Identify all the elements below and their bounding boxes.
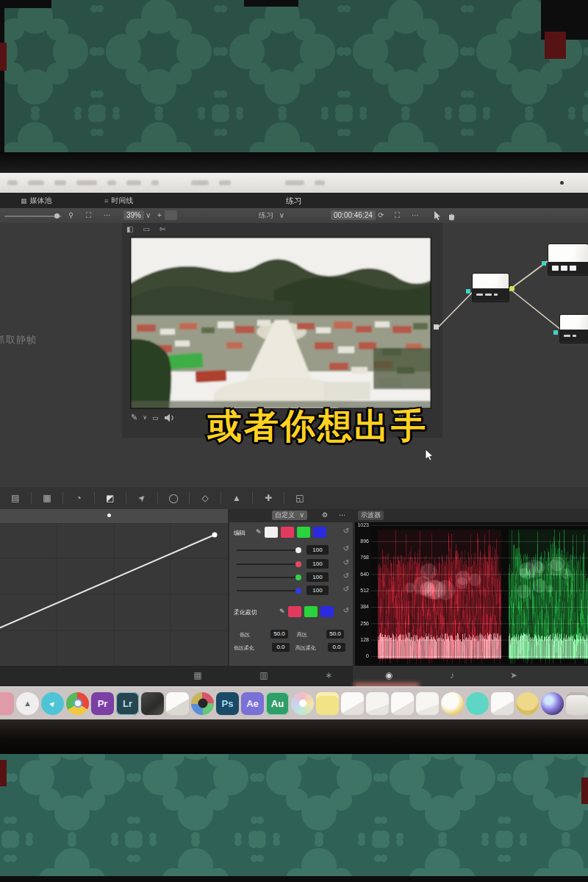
bypass-grades-icon[interactable]: ◧: [126, 225, 133, 233]
reset-icon[interactable]: ↺: [343, 527, 349, 535]
corrector-node-3[interactable]: [560, 315, 588, 343]
luma-value[interactable]: 100: [306, 545, 329, 555]
expand-icon[interactable]: ⛶: [86, 210, 91, 220]
corrector-node-1[interactable]: [473, 274, 509, 302]
lightroom-icon[interactable]: Lr: [116, 692, 139, 715]
low-clip-value[interactable]: 50.0: [270, 630, 288, 639]
fairlight-page-icon[interactable]: ♪: [444, 670, 460, 680]
green-value[interactable]: 100: [306, 572, 329, 582]
zoom-level-value[interactable]: 39%: [123, 210, 144, 220]
palette-app-icon[interactable]: [291, 692, 314, 715]
high-soft-value[interactable]: 0.0: [328, 643, 345, 652]
trash-icon[interactable]: [566, 692, 588, 715]
teal-circle-app-icon[interactable]: [466, 692, 489, 715]
zoom-slider-handle[interactable]: [54, 213, 60, 218]
clip-name-dropdown[interactable]: 练习 ∨: [259, 210, 284, 220]
siri-icon[interactable]: [541, 692, 564, 715]
luma-channel-swatch[interactable]: [265, 527, 278, 538]
document-icon[interactable]: [416, 692, 439, 715]
red-slider-dot[interactable]: [295, 561, 301, 567]
zoom-chevron-icon[interactable]: ∨: [146, 210, 151, 220]
pointer-tool-icon[interactable]: [434, 211, 441, 221]
color-page-icon[interactable]: ◉: [381, 670, 397, 680]
blur-icon[interactable]: ▲: [221, 493, 252, 503]
document-icon[interactable]: [341, 692, 364, 715]
blue-slider[interactable]: [237, 590, 300, 591]
fusion-page-icon[interactable]: ∗: [320, 670, 337, 680]
color-wheels-icon[interactable]: ◔: [63, 493, 94, 503]
tracker-icon[interactable]: ◇: [190, 493, 220, 503]
corrector-node-2[interactable]: [548, 244, 588, 275]
add-icon[interactable]: +: [157, 210, 162, 220]
soft-clip-green-swatch[interactable]: [304, 606, 318, 617]
low-soft-value[interactable]: 0.0: [272, 643, 290, 652]
edit-page-icon[interactable]: ▥: [256, 670, 272, 680]
curves-settings-gear-icon[interactable]: ⚙: [322, 511, 328, 520]
qualifier-icon[interactable]: ➤: [127, 483, 157, 513]
sticky-note-icon[interactable]: [316, 692, 339, 715]
fullscreen-icon[interactable]: ⛶: [395, 210, 400, 220]
photoshop-icon[interactable]: Ps: [216, 692, 239, 715]
grab-hand-icon[interactable]: [447, 212, 456, 221]
split-screen-icon[interactable]: ✄: [159, 225, 165, 233]
green-slider-dot[interactable]: [295, 575, 301, 580]
sizing-icon[interactable]: ◱: [284, 493, 315, 503]
pen-icon[interactable]: ✎: [256, 528, 262, 536]
pen-icon[interactable]: ✎: [279, 608, 285, 615]
green-slider[interactable]: [237, 577, 300, 578]
curves-ellipsis-icon[interactable]: ⋯: [339, 511, 345, 520]
power-window-icon[interactable]: ◯: [158, 493, 189, 503]
key-icon[interactable]: ✚: [253, 493, 284, 503]
viewer-video-frame[interactable]: [131, 238, 431, 408]
blue-value[interactable]: 100: [306, 586, 329, 595]
color-match-icon[interactable]: ▦: [32, 493, 62, 503]
luma-slider[interactable]: [237, 550, 300, 551]
mini-thumb-chip[interactable]: [165, 210, 177, 220]
photos-app-icon[interactable]: [166, 692, 189, 715]
reset-icon[interactable]: ↺: [343, 572, 349, 580]
high-clip-value[interactable]: 50.0: [326, 630, 344, 639]
photo-thumbnail-icon[interactable]: [141, 692, 164, 715]
soft-clip-red-swatch[interactable]: [288, 606, 301, 617]
green-channel-swatch[interactable]: [297, 527, 310, 538]
chrome-icon[interactable]: [66, 692, 89, 715]
red-value[interactable]: 100: [306, 559, 329, 569]
custom-curve-graph[interactable]: [0, 522, 228, 666]
zoom-slider[interactable]: [4, 216, 62, 217]
smiley-app-icon[interactable]: [516, 692, 539, 715]
reset-icon[interactable]: ↺: [343, 544, 349, 552]
source-node-dot[interactable]: [434, 324, 439, 330]
node-input-dot[interactable]: [542, 261, 546, 266]
scopes-title[interactable]: 示波器: [358, 511, 384, 520]
reset-icon[interactable]: ↺: [343, 606, 349, 614]
media-page-icon[interactable]: ▦: [190, 670, 206, 680]
red-slider[interactable]: [237, 563, 300, 565]
after-effects-icon[interactable]: Ae: [241, 692, 264, 715]
scope-parade-panel[interactable]: 1023 896 768 640 512 384 256 128 0: [355, 522, 588, 666]
document-icon[interactable]: [366, 692, 389, 715]
deliver-page-icon[interactable]: ➤: [506, 670, 522, 680]
more-ellipsis-icon[interactable]: ⋯: [412, 210, 419, 220]
dock-app-partial[interactable]: [0, 692, 14, 715]
safari-icon[interactable]: ▸: [41, 692, 64, 715]
blue-slider-dot[interactable]: [295, 588, 301, 594]
reset-icon[interactable]: ↺: [343, 585, 349, 593]
luma-slider-dot[interactable]: [295, 547, 301, 553]
audition-icon[interactable]: Au: [266, 692, 289, 715]
curves-icon[interactable]: ◩: [95, 493, 126, 503]
curve-mode-dropdown[interactable]: 自定义 ∨: [272, 511, 307, 520]
cream-circle-app-icon[interactable]: [441, 692, 464, 715]
document-icon[interactable]: [491, 692, 514, 715]
soft-clip-blue-swatch[interactable]: [320, 606, 334, 617]
reset-icon[interactable]: ↺: [343, 558, 349, 566]
launchpad-icon[interactable]: ▲: [16, 692, 39, 715]
curve-control-point[interactable]: [212, 533, 218, 538]
loop-icon[interactable]: ⟳: [378, 210, 384, 220]
red-channel-swatch[interactable]: [281, 527, 294, 538]
image-wipe-icon[interactable]: ▭: [143, 225, 149, 233]
node-input-dot[interactable]: [553, 330, 558, 335]
premiere-icon[interactable]: Pr: [91, 692, 114, 715]
blue-channel-swatch[interactable]: [313, 527, 326, 538]
camera-raw-icon[interactable]: ▤: [0, 493, 31, 503]
node-input-dot[interactable]: [466, 289, 470, 294]
